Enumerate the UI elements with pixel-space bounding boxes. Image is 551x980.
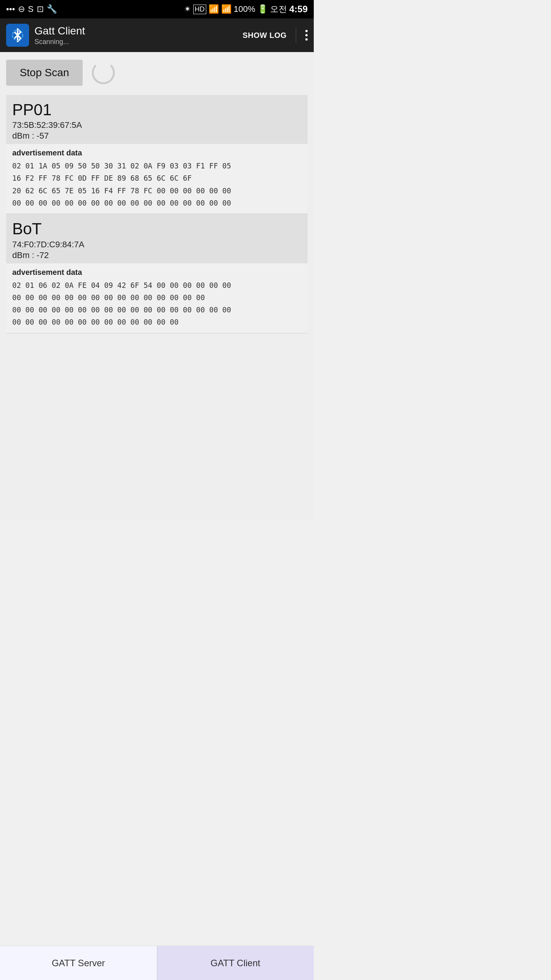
device-header-bot: BoT 74:F0:7D:C9:84:7A dBm : -72 [6, 214, 308, 263]
advertisement-label-bot: advertisement data [12, 268, 302, 277]
device-mac-bot: 74:F0:7D:C9:84:7A [12, 240, 302, 250]
advertisement-section-pp01: advertisement data 02 01 1A 05 09 50 50 … [6, 144, 308, 214]
language-label: 오전 [270, 3, 287, 15]
more-options-button[interactable] [305, 30, 308, 41]
advertisement-label-pp01: advertisement data [12, 149, 302, 157]
s-icon: S [28, 4, 34, 14]
advertisement-data-pp01: 02 01 1A 05 09 50 50 30 31 02 0A F9 03 0… [12, 160, 302, 209]
device-card-pp01[interactable]: PP01 73:5B:52:39:67:5A dBm : -57 adverti… [6, 95, 308, 214]
app-icon [6, 24, 29, 47]
advertisement-data-bot: 02 01 06 02 0A FE 04 09 42 6F 54 00 00 0… [12, 279, 302, 328]
g-icon: ⊡ [37, 4, 44, 14]
wrench-icon: 🔧 [47, 4, 57, 14]
app-subtitle: Scanning... [34, 38, 243, 46]
battery-level: 100% [234, 4, 255, 14]
dot-2 [305, 34, 308, 36]
device-card-bot[interactable]: BoT 74:F0:7D:C9:84:7A dBm : -72 advertis… [6, 214, 308, 333]
battery-icon: 🔋 [258, 4, 268, 14]
device-name-bot: BoT [12, 220, 302, 238]
dot-3 [305, 38, 308, 41]
main-content: Stop Scan PP01 73:5B:52:39:67:5A dBm : -… [0, 52, 314, 521]
device-mac-pp01: 73:5B:52:39:67:5A [12, 120, 302, 130]
advertisement-section-bot: advertisement data 02 01 06 02 0A FE 04 … [6, 263, 308, 333]
hd-icon: HD [193, 5, 206, 14]
device-header-pp01: PP01 73:5B:52:39:67:5A dBm : -57 [6, 95, 308, 144]
loading-spinner [92, 61, 115, 84]
device-dbm-bot: dBm : -72 [12, 250, 302, 260]
app-title-block: Gatt Client Scanning... [34, 25, 243, 46]
device-dbm-pp01: dBm : -57 [12, 131, 302, 141]
status-bar: ••• ⊖ S ⊡ 🔧 ✴ HD 📶 📶 100% 🔋 오전 4:59 [0, 0, 314, 18]
signal-icon: 📶 [221, 4, 231, 14]
app-bar: Gatt Client Scanning... SHOW LOG [0, 18, 314, 52]
dot-1 [305, 30, 308, 32]
status-time: 4:59 [289, 4, 308, 15]
status-bar-right: ✴ HD 📶 📶 100% 🔋 오전 4:59 [184, 3, 308, 15]
device-list: PP01 73:5B:52:39:67:5A dBm : -57 adverti… [6, 95, 308, 333]
app-bar-actions: SHOW LOG [243, 28, 308, 43]
notification-dots-icon: ••• [6, 4, 15, 14]
app-bar-divider [296, 28, 296, 43]
wifi-icon: 📶 [209, 4, 219, 14]
top-controls: Stop Scan [6, 60, 308, 86]
bluetooth-status-icon: ✴ [184, 4, 191, 14]
device-name-pp01: PP01 [12, 101, 302, 119]
stop-scan-button[interactable]: Stop Scan [6, 60, 83, 86]
app-title: Gatt Client [34, 25, 243, 37]
status-bar-left: ••• ⊖ S ⊡ 🔧 [6, 4, 57, 14]
minus-circle-icon: ⊖ [18, 4, 25, 14]
show-log-button[interactable]: SHOW LOG [243, 31, 287, 40]
